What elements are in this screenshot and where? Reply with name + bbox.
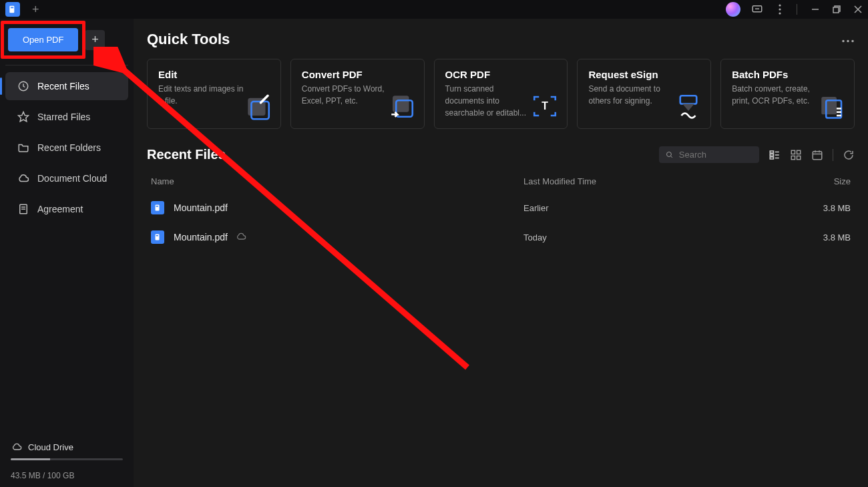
svg-point-16 xyxy=(847,40,849,42)
svg-rect-48 xyxy=(156,235,159,236)
folder-icon xyxy=(17,142,29,154)
edit-icon xyxy=(244,92,272,120)
svg-rect-40 xyxy=(797,156,801,159)
cloud-drive-label: Cloud Drive xyxy=(28,442,73,452)
convert-icon xyxy=(388,92,416,120)
sidebar-item-label: Recent Folders xyxy=(37,142,101,153)
column-time[interactable]: Last Modified Time xyxy=(523,176,804,186)
file-table: Name Last Modified Time Size Mountain.pd… xyxy=(147,170,855,252)
svg-rect-31 xyxy=(770,151,773,153)
message-icon[interactable] xyxy=(751,3,763,15)
sidebar-item-recent-files[interactable]: Recent Files xyxy=(5,72,128,100)
quick-tools-more-icon[interactable] xyxy=(841,33,855,45)
cloud-drive-icon xyxy=(11,441,23,453)
svg-rect-20 xyxy=(393,96,409,112)
view-list-icon[interactable] xyxy=(769,149,781,161)
sidebar-item-document-cloud[interactable]: Document Cloud xyxy=(5,164,128,192)
column-name[interactable]: Name xyxy=(151,176,523,186)
file-time: Today xyxy=(523,232,804,242)
file-time: Earlier xyxy=(523,203,804,213)
svg-rect-46 xyxy=(156,206,159,207)
pdf-file-icon xyxy=(151,230,164,244)
add-button[interactable]: + xyxy=(85,30,105,50)
tool-request-esign[interactable]: Request eSign Send a document to others … xyxy=(577,59,711,129)
app-icon xyxy=(5,2,20,17)
batch-icon xyxy=(818,92,846,120)
sidebar-item-recent-folders[interactable]: Recent Folders xyxy=(5,134,128,162)
refresh-icon[interactable] xyxy=(843,149,855,161)
esign-icon xyxy=(674,92,702,120)
storage-bar xyxy=(11,458,123,460)
file-size: 3.8 MB xyxy=(804,232,851,242)
svg-point-15 xyxy=(842,40,844,42)
sidebar-item-label: Document Cloud xyxy=(37,173,107,184)
column-size[interactable]: Size xyxy=(804,176,851,186)
avatar[interactable] xyxy=(726,2,740,17)
svg-text:T: T xyxy=(542,100,549,112)
view-grid-icon[interactable] xyxy=(790,149,802,161)
tool-title: Request eSign xyxy=(588,69,700,80)
quick-tools-title: Quick Tools xyxy=(147,31,230,48)
svg-rect-32 xyxy=(770,154,773,156)
tool-title: Batch PDFs xyxy=(732,69,843,80)
search-icon xyxy=(666,150,674,160)
search-input[interactable] xyxy=(679,150,752,160)
agreement-icon xyxy=(17,203,29,215)
svg-rect-37 xyxy=(791,150,795,154)
sidebar: Open PDF + Recent Files Starred Files Re… xyxy=(0,19,134,487)
titlebar: + xyxy=(0,0,868,19)
sidebar-item-starred-files[interactable]: Starred Files xyxy=(5,103,128,131)
maximize-icon[interactable] xyxy=(832,5,841,13)
cloud-badge-icon xyxy=(236,231,246,244)
svg-rect-41 xyxy=(813,151,822,159)
svg-point-29 xyxy=(666,152,671,156)
svg-rect-0 xyxy=(9,6,14,13)
storage-text: 43.5 MB / 100 GB xyxy=(0,464,134,487)
file-name: Mountain.pdf xyxy=(174,232,228,242)
sidebar-item-label: Recent Files xyxy=(37,81,89,92)
tool-title: OCR PDF xyxy=(445,69,557,80)
svg-rect-33 xyxy=(770,157,773,159)
more-vertical-icon[interactable] xyxy=(774,4,786,15)
open-pdf-button[interactable]: Open PDF xyxy=(8,28,78,51)
ocr-icon: T xyxy=(531,92,559,120)
svg-point-4 xyxy=(779,8,781,10)
recent-files-title: Recent Files xyxy=(147,147,226,162)
tool-convert-pdf[interactable]: Convert PDF Convert PDFs to Word, Excel,… xyxy=(290,59,425,129)
star-icon xyxy=(17,111,29,123)
tool-batch-pdfs[interactable]: Batch PDFs Batch convert, create, print,… xyxy=(720,59,855,129)
cloud-icon xyxy=(17,172,29,184)
svg-rect-23 xyxy=(680,96,697,104)
sidebar-item-label: Agreement xyxy=(37,204,83,214)
svg-rect-47 xyxy=(156,234,160,240)
svg-line-30 xyxy=(670,156,672,157)
new-tab-button[interactable]: + xyxy=(32,3,39,17)
file-row[interactable]: Mountain.pdf Earlier 3.8 MB xyxy=(147,193,855,222)
file-row[interactable]: Mountain.pdf Today 3.8 MB xyxy=(147,222,855,252)
tool-desc: Send a document to others for signing. xyxy=(588,83,675,107)
svg-rect-1 xyxy=(11,7,13,9)
main-content: Quick Tools Edit Edit texts and images i… xyxy=(134,19,868,487)
sidebar-item-label: Starred Files xyxy=(37,112,90,122)
svg-point-5 xyxy=(779,12,781,14)
tool-ocr-pdf[interactable]: OCR PDF Turn scanned documents into sear… xyxy=(434,59,568,129)
tool-title: Convert PDF xyxy=(302,69,413,80)
tool-edit[interactable]: Edit Edit texts and images in a file. xyxy=(147,59,281,129)
svg-point-17 xyxy=(851,40,853,42)
cloud-drive-section[interactable]: Cloud Drive xyxy=(0,441,134,464)
svg-rect-7 xyxy=(833,7,839,13)
view-calendar-icon[interactable] xyxy=(811,149,823,161)
tool-desc: Edit texts and images in a file. xyxy=(158,83,245,107)
pdf-file-icon xyxy=(151,201,164,214)
svg-marker-11 xyxy=(19,112,29,122)
tool-desc: Convert PDFs to Word, Excel, PPT, etc. xyxy=(302,83,389,107)
file-size: 3.8 MB xyxy=(804,203,851,213)
minimize-icon[interactable] xyxy=(811,5,820,13)
close-icon[interactable] xyxy=(853,5,863,13)
svg-rect-45 xyxy=(156,205,160,211)
svg-rect-39 xyxy=(791,156,795,159)
search-box[interactable] xyxy=(659,146,759,163)
svg-rect-38 xyxy=(797,150,801,154)
sidebar-item-agreement[interactable]: Agreement xyxy=(5,195,128,223)
tool-desc: Turn scanned documents into searchable o… xyxy=(445,83,532,119)
